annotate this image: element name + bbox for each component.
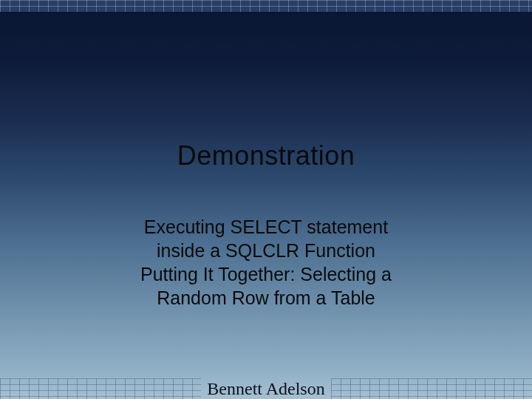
bottom-grid-right — [331, 378, 532, 399]
body-line: Random Row from a Table — [37, 287, 495, 309]
body-line: Putting It Together: Selecting a — [37, 263, 495, 285]
body-line: Executing SELECT statement — [37, 216, 495, 238]
slide-content: Demonstration Executing SELECT statement… — [0, 140, 532, 310]
slide-body: Executing SELECT statement inside a SQLC… — [37, 216, 495, 309]
top-decorative-grid — [0, 0, 532, 12]
bottom-grid-left — [0, 378, 201, 399]
footer-author: Bennett Adelson — [201, 379, 330, 399]
slide-title: Demonstration — [37, 140, 495, 171]
body-line: inside a SQLCLR Function — [37, 239, 495, 262]
bottom-bar: Bennett Adelson — [0, 378, 532, 399]
